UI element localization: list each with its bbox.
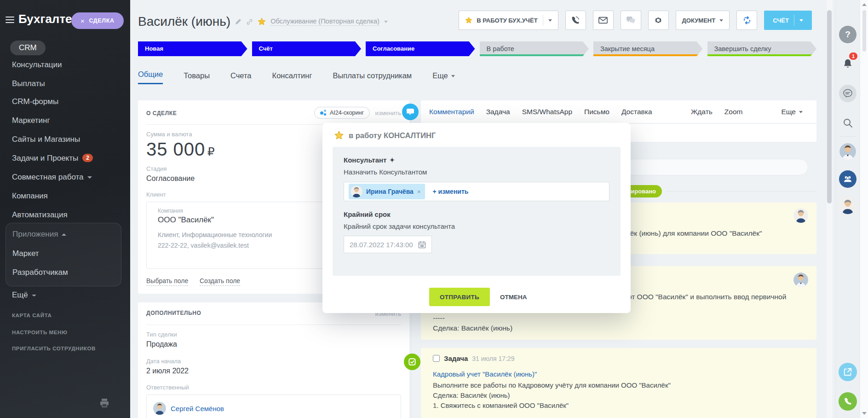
open-slider-button[interactable] bbox=[839, 363, 857, 381]
select-field-link[interactable]: Выбрать поле bbox=[146, 277, 188, 286]
responsible-box[interactable]: Сергей Семёнов bbox=[146, 395, 401, 418]
stage-month-close[interactable]: Закрытие месяца bbox=[593, 41, 703, 56]
stage-new[interactable]: Новая bbox=[138, 41, 247, 56]
settings-button[interactable] bbox=[648, 11, 669, 30]
sidebar-item-crm[interactable]: CRM bbox=[10, 41, 46, 55]
sidebar-item-consultations[interactable]: Консультации bbox=[12, 60, 62, 70]
sidebar-item-more[interactable]: Ещё bbox=[12, 290, 36, 300]
ai-scoring-pill[interactable]: AI24-скоринг bbox=[314, 107, 370, 119]
deal-type-value: Продажа bbox=[146, 340, 177, 348]
stream-tab-wait[interactable]: Ждать bbox=[691, 108, 713, 116]
consultant-input[interactable]: Ирина Грачёва × + изменить bbox=[344, 182, 609, 201]
sidebar-footer-sitemap[interactable]: КАРТА САЙТА bbox=[12, 313, 52, 318]
stream-tab-task[interactable]: Задача bbox=[486, 108, 510, 116]
avatar bbox=[153, 402, 166, 415]
stream-tab-more[interactable]: Еще bbox=[781, 108, 803, 116]
divider bbox=[794, 15, 794, 26]
sidebar-footer-invite[interactable]: ПРИГЛАСИТЬ СОТРУДНИКОВ bbox=[12, 346, 96, 351]
deal-category[interactable]: Обслуживание (Повторная сделка) bbox=[270, 17, 379, 26]
deadline-input[interactable]: 28.07.2022 17:43:00 bbox=[344, 236, 432, 253]
automation-rules-button[interactable] bbox=[736, 11, 757, 30]
sidebar-item-automation[interactable]: Автоматизация bbox=[12, 210, 68, 220]
task-checkbox[interactable] bbox=[433, 355, 440, 362]
user-avatar-2[interactable] bbox=[839, 197, 857, 215]
timeline-entry-task-3[interactable]: Задача 31 июля 17:29 Кадровый учет "Васи… bbox=[421, 348, 816, 418]
sidebar-item-tasks[interactable]: Задачи и Проекты2 bbox=[12, 154, 93, 163]
chevron-down-icon[interactable] bbox=[548, 19, 552, 22]
chat-button[interactable] bbox=[621, 11, 641, 30]
tab-general[interactable]: Общие bbox=[138, 70, 163, 84]
responsible-name[interactable]: Сергей Семёнов bbox=[171, 405, 224, 412]
notifications-button[interactable]: 1 bbox=[839, 55, 857, 73]
content-scrollbar-track[interactable] bbox=[827, 0, 832, 418]
stage-finish-deal[interactable]: Завершить сделку bbox=[707, 41, 817, 56]
chat-lines-icon bbox=[843, 89, 853, 98]
stream-tab-comment[interactable]: Комментарий bbox=[429, 108, 474, 116]
help-button[interactable]: ? bbox=[839, 26, 857, 43]
cancel-button[interactable]: ОТМЕНА bbox=[500, 294, 527, 301]
close-icon[interactable]: × bbox=[80, 17, 85, 25]
email-button[interactable] bbox=[593, 11, 614, 30]
stage-approval[interactable]: Согласование bbox=[366, 41, 475, 56]
tab-employee-payouts[interactable]: Выплаты сотрудникам bbox=[333, 71, 412, 84]
invoice-button[interactable]: СЧЁТ bbox=[764, 11, 812, 30]
edit-pencil-icon[interactable] bbox=[235, 18, 241, 25]
sidebar-item-sites[interactable]: Сайты и Магазины bbox=[12, 135, 80, 144]
remove-assignee-icon[interactable]: × bbox=[417, 188, 421, 195]
tab-more[interactable]: Еще bbox=[432, 71, 455, 84]
sidebar-item-company[interactable]: Компания bbox=[12, 192, 48, 201]
tab-invoices[interactable]: Счета bbox=[230, 71, 252, 84]
sidebar-footer-configure-menu[interactable]: НАСТРОИТЬ МЕНЮ bbox=[12, 330, 67, 335]
page-scrollbar-thumb[interactable] bbox=[862, 10, 866, 52]
create-field-link[interactable]: Создать поле bbox=[200, 277, 240, 286]
document-button[interactable]: ДОКУМЕНТ bbox=[676, 11, 730, 30]
apps-group: Приложения Маркет Разработчикам bbox=[6, 223, 121, 286]
sidebar-item-crm-forms[interactable]: CRM-формы bbox=[12, 97, 58, 106]
tab-products[interactable]: Товары bbox=[184, 71, 210, 84]
content-scrollbar-thumb[interactable] bbox=[827, 10, 832, 203]
sidebar-item-collaboration[interactable]: Совместная работа bbox=[12, 173, 92, 182]
sidebar-item-market[interactable]: Маркет bbox=[12, 249, 39, 258]
stage-in-progress[interactable]: В работе bbox=[480, 41, 589, 56]
stage-invoice[interactable]: Счёт bbox=[252, 41, 362, 56]
right-rail: ? 1 bbox=[835, 0, 860, 418]
user-avatar-1[interactable] bbox=[839, 143, 857, 160]
group-chat-button[interactable] bbox=[839, 170, 857, 188]
sidebar-item-apps[interactable]: Приложения bbox=[12, 230, 66, 239]
link-icon[interactable] bbox=[246, 18, 253, 25]
support-button[interactable] bbox=[839, 392, 857, 411]
tab-consulting[interactable]: Консалтинг bbox=[272, 71, 312, 84]
search-button[interactable] bbox=[839, 114, 857, 132]
assignee-chip[interactable]: Ирина Грачёва × bbox=[349, 184, 425, 199]
sidebar-item-developers[interactable]: Разработчикам bbox=[12, 268, 68, 277]
stream-tab-zoom[interactable]: Zoom bbox=[724, 108, 743, 116]
modal-footer: ОТПРАВИТЬ ОТМЕНА bbox=[429, 288, 527, 306]
deal-slider-tab[interactable]: × СДЕЛКА bbox=[71, 12, 124, 29]
stream-tab-sms[interactable]: SMS/WhatsApp bbox=[522, 108, 572, 116]
printer-icon[interactable] bbox=[99, 398, 109, 408]
tasks-counter-badge: 2 bbox=[82, 154, 93, 162]
edit-about-link[interactable]: изменить bbox=[375, 110, 401, 116]
stream-tab-delivery[interactable]: Доставка bbox=[621, 108, 652, 116]
chevron-down-icon[interactable] bbox=[384, 21, 388, 23]
chevron-down-icon[interactable] bbox=[799, 19, 803, 22]
deadline-value[interactable]: 28.07.2022 17:43:00 bbox=[350, 241, 413, 249]
stream-tab-letter[interactable]: Письмо bbox=[584, 108, 609, 116]
sidebar-item-marketing[interactable]: Маркетинг bbox=[12, 116, 50, 125]
assignee-name[interactable]: Ирина Грачёва bbox=[366, 188, 414, 195]
sidebar-item-payouts[interactable]: Выплаты bbox=[12, 79, 45, 88]
scroll-up-arrow[interactable] bbox=[862, 3, 867, 6]
task-check-icon bbox=[408, 357, 417, 366]
favorite-star-icon[interactable] bbox=[258, 17, 266, 26]
work-accounting-button[interactable]: В РАБОТУ БУХ.УЧЁТ bbox=[459, 11, 558, 30]
page-scrollbar[interactable] bbox=[860, 0, 868, 418]
scroll-down-arrow[interactable] bbox=[862, 412, 867, 415]
company-name[interactable]: ООО "Василёк" bbox=[158, 215, 214, 225]
change-assignee-link[interactable]: + изменить bbox=[432, 188, 468, 195]
submit-button[interactable]: ОТПРАВИТЬ bbox=[429, 288, 490, 306]
messenger-button[interactable] bbox=[839, 85, 857, 102]
menu-hamburger-icon[interactable] bbox=[6, 15, 14, 25]
calendar-icon[interactable] bbox=[418, 241, 426, 249]
call-button[interactable] bbox=[565, 11, 586, 30]
task-title-link[interactable]: Кадровый учет "Василёк (июнь)" bbox=[433, 370, 537, 378]
